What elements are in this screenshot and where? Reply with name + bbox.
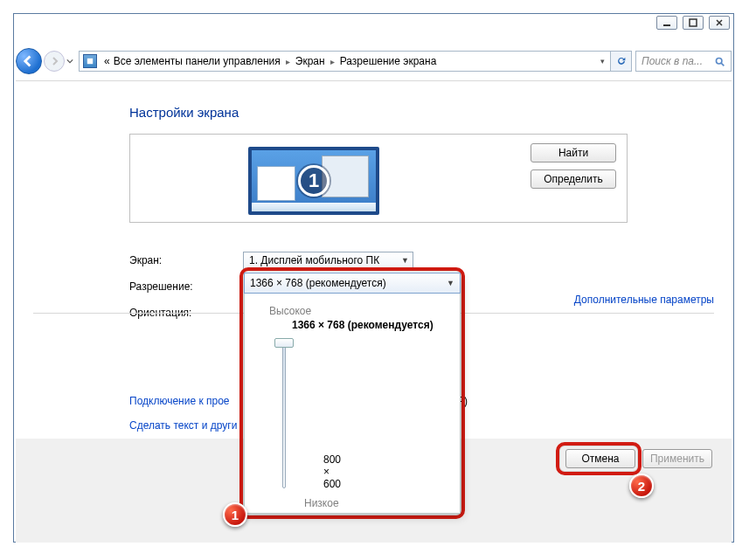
breadcrumb-sep-icon: ▸ [282,57,294,66]
advanced-settings-link[interactable]: Дополнительные параметры [574,294,714,306]
minimize-button[interactable] [656,16,677,30]
page-title: Настройки экрана [129,105,714,120]
breadcrumb[interactable]: « Все элементы панели управления ▸ Экран… [79,51,611,72]
maximize-button[interactable] [683,16,704,30]
cancel-button[interactable]: Отмена [565,449,635,468]
display-label: Экран: [129,254,243,266]
monitor-thumbnail[interactable]: 1 [248,147,379,215]
search-icon [714,56,725,67]
resolution-option-min[interactable]: 800 × 600 [323,453,341,490]
slider-track [282,342,286,488]
annotation-badge-1: 1 [223,502,247,527]
display-select[interactable]: 1. Дисплей мобильного ПК▼ [243,252,413,270]
resolution-slider[interactable]: 800 × 600 Низкое [274,342,309,490]
forward-button[interactable] [44,51,65,72]
back-button[interactable] [16,48,42,74]
identify-button[interactable]: Определить [531,169,616,189]
svg-rect-2 [87,59,93,64]
svg-rect-1 [690,19,697,26]
display-select-value: 1. Дисплей мобильного ПК [249,254,379,266]
resolution-select-open[interactable]: 1366 × 768 (рекомендуется) ▼ [244,273,461,294]
monitor-number-badge: 1 [298,165,329,197]
detect-button[interactable]: Найти [531,143,616,162]
text-size-link[interactable]: Сделать текст и други [129,419,237,432]
control-panel-icon [83,54,97,68]
resolution-dropdown-popup: 1366 × 768 (рекомендуется) ▼ Высокое 136… [244,273,461,514]
search-input[interactable]: Поиск в па... [635,51,732,72]
display-preview-box: 1 Найти Определить [129,134,628,223]
history-dropdown[interactable] [65,50,75,73]
breadcrumb-item-1[interactable]: Экран [294,55,327,67]
window-controls [656,16,730,30]
breadcrumb-item-0[interactable]: Все элементы панели управления [112,55,282,67]
projector-link[interactable]: Подключение к прое [129,395,230,407]
resolution-option-max[interactable]: 1366 × 768 (рекомендуется) [292,319,447,331]
chevron-down-icon: ▼ [447,279,454,287]
navigation-bar: « Все элементы панели управления ▸ Экран… [16,48,732,74]
search-placeholder: Поиск в па... [642,55,703,67]
refresh-button[interactable] [611,51,632,72]
breadcrumb-prefix[interactable]: « [102,55,112,67]
apply-button[interactable]: Применить [642,449,712,468]
close-button[interactable] [709,16,730,30]
resolution-current-value: 1366 × 768 (рекомендуется) [250,277,386,289]
svg-rect-0 [663,24,670,26]
svg-point-3 [716,58,722,64]
low-label: Низкое [304,497,339,509]
chevron-down-icon: ▼ [401,256,409,265]
divider [16,80,732,81]
resolution-label: Разрешение: [129,280,243,293]
breadcrumb-dropdown-icon[interactable]: ▾ [595,57,610,66]
breadcrumb-sep-icon: ▸ [327,57,338,66]
slider-thumb[interactable] [274,338,294,348]
high-label: Высокое [269,305,447,317]
annotation-badge-2: 2 [629,474,654,498]
breadcrumb-item-2[interactable]: Разрешение экрана [338,55,439,67]
